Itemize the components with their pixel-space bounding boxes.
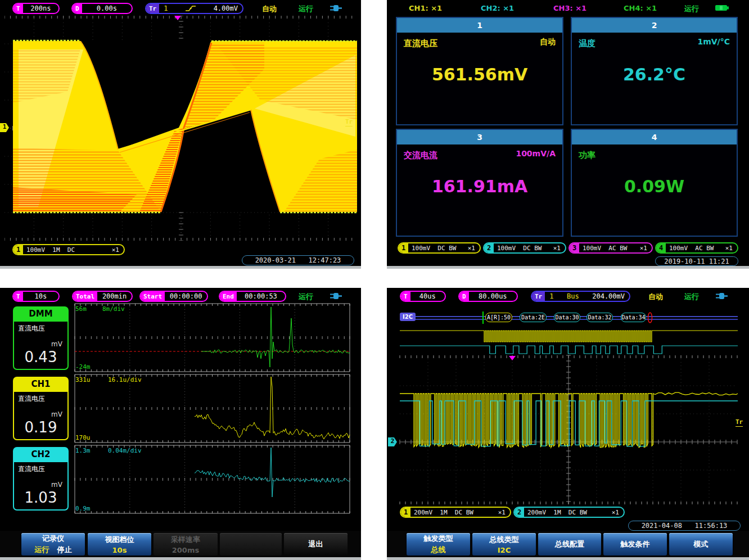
softkey-mode[interactable]: 模式	[669, 533, 733, 556]
channel-settings: 100mV DC BW	[494, 243, 553, 252]
power-plug-icon	[329, 4, 342, 12]
i2c-decode-panel: T 40us D 80.00us Tr 1 Bus 204.00mV 自动 运行…	[387, 288, 749, 560]
source-name: DMM	[13, 306, 69, 322]
card-range-label: 100mV/A	[516, 149, 556, 158]
channel2-badge[interactable]: 2 100mV DC BW ×1	[483, 242, 566, 254]
meas-card-1[interactable]: 1 直流电压 自动 561.56mV	[396, 17, 563, 125]
total-label: Total	[73, 292, 97, 301]
source-name: CH1	[13, 377, 69, 392]
probe-ratio: ×1	[498, 508, 510, 517]
date-text: 2020-03-21	[255, 256, 296, 264]
channel3-badge[interactable]: 3 100mV AC BW ×1	[568, 242, 653, 254]
start-time-badge[interactable]: Start 00:00:00	[139, 291, 208, 302]
timebase-badge[interactable]: T 10s	[12, 291, 60, 302]
channel-number: 4	[656, 243, 666, 252]
source-card-ch2[interactable]: CH2 直流电压 mV 1.03	[13, 447, 69, 512]
panel-bottom-strip	[0, 266, 361, 269]
source-card-ch1[interactable]: CH1 直流电压 mV 0.19	[13, 377, 69, 441]
probe-ratio: ×1	[112, 245, 124, 254]
end-time-badge[interactable]: End 00:00:53	[219, 291, 286, 302]
panel-bottom-strip	[0, 557, 361, 560]
softkey-exit[interactable]: 退出	[284, 533, 348, 556]
delay-badge[interactable]: D 0.00s	[71, 3, 133, 14]
softkey-value: 总线	[431, 545, 446, 555]
trigger-label: Tr	[146, 4, 159, 13]
trigger-level-marker[interactable]: Tr	[345, 118, 353, 127]
source-value: 0.43	[14, 349, 67, 365]
card-function-label: 功率	[579, 150, 595, 161]
timebase-label: T	[13, 292, 23, 301]
channel-settings: 100mV 1M DC	[23, 245, 112, 254]
run-status: 运行	[299, 292, 313, 302]
source-name: CH2	[13, 447, 69, 462]
datetime-badge: 2020-03-21 12:47:23	[242, 255, 354, 265]
acquire-mode-status: 自动	[262, 4, 277, 14]
timebase-label: T	[13, 4, 23, 13]
decode-frame-address: A[R]:50	[485, 313, 512, 322]
probe-ratio: ×1	[725, 243, 737, 252]
strip3-min-label: 0.9m	[75, 505, 91, 512]
recorder-panel: T 10s Total 200min Start 00:00:00 End 00…	[0, 288, 361, 560]
run-status: 运行	[299, 4, 313, 14]
channel1-badge[interactable]: 1 100mV 1M DC ×1	[12, 244, 125, 255]
softkey-sample-rate: 采样速率 200ms	[154, 533, 218, 556]
timebase-badge[interactable]: T 200ns	[12, 3, 60, 14]
source-unit: mV	[51, 340, 62, 348]
stop-condition-marker	[648, 313, 652, 323]
channel-settings: 100mV DC BW	[408, 243, 468, 252]
card-value: 26.2°C	[572, 65, 737, 84]
softkey-trigger-condition[interactable]: 触发条件	[603, 533, 667, 556]
strip3-max-label: 1.3m	[75, 447, 91, 454]
power-plug-icon	[329, 292, 342, 300]
probe-ratio: ×1	[468, 243, 480, 252]
softkey-view-scale[interactable]: 视图档位 10s	[88, 533, 151, 556]
source-measure-type: 直流电压	[18, 394, 45, 404]
bus-type-badge[interactable]: I2C	[400, 313, 416, 321]
card-number: 3	[397, 130, 562, 144]
card-value: 161.91mA	[397, 177, 562, 196]
channel-number: 1	[401, 508, 410, 517]
card-number: 2	[572, 18, 737, 33]
trigger-level-marker[interactable]: Tr	[736, 418, 743, 427]
channel-number: 2	[484, 243, 494, 252]
source-value: 1.03	[14, 489, 67, 506]
decode-frame-data: Data:2E	[520, 313, 547, 322]
channel4-badge[interactable]: 4 100mV AC BW ×1	[655, 242, 738, 254]
ch3-probe-status: CH3: ×1	[553, 4, 586, 12]
end-value: 00:00:53	[237, 292, 285, 301]
trigger-position-marker[interactable]	[509, 356, 516, 360]
delay-label: D	[73, 4, 82, 13]
channel-number: 1	[399, 243, 408, 252]
total-time-badge[interactable]: Total 200min	[72, 291, 133, 302]
channel1-badge[interactable]: 1 100mV DC BW ×1	[398, 242, 481, 254]
source-card-dmm[interactable]: DMM 直流电压 mV 0.43	[13, 306, 69, 371]
date-text: 2021-04-08	[642, 522, 682, 530]
strip2-min-label: 170u	[75, 434, 91, 441]
trigger-position-marker[interactable]	[174, 16, 181, 20]
source-unit: mV	[51, 481, 62, 489]
channel1-badge[interactable]: 1 200mV 1M DC BW ×1	[400, 507, 511, 518]
softkey-value: 200ms	[172, 546, 199, 554]
trigger-badge[interactable]: Tr 1 4.00mV	[145, 3, 243, 14]
meas-card-2[interactable]: 2 温度 1mV/°C 26.2°C	[571, 17, 738, 125]
softkey-label: 退出	[309, 539, 323, 549]
channel2-badge[interactable]: 2 200mV 1M DC BW ×1	[513, 507, 625, 518]
softkey-label: 触发类型	[424, 534, 453, 544]
timebase-value: 10s	[23, 292, 58, 301]
meas-card-3[interactable]: 3 交流电流 100mV/A 161.91mA	[396, 129, 563, 237]
softkey-bus-config[interactable]: 总线配置	[538, 533, 601, 556]
panel-bottom-strip	[387, 266, 749, 269]
meas-card-4[interactable]: 4 功率 0.09W	[571, 129, 738, 237]
card-range-label: 1mV/°C	[697, 37, 730, 46]
rising-edge-icon	[185, 4, 196, 12]
softkey-value: I2C	[498, 546, 511, 554]
softkey-label: 总线配置	[555, 539, 584, 549]
softkey-recorder[interactable]: 记录仪 运行停止	[21, 533, 85, 556]
softkey-trigger-type[interactable]: 触发类型 总线	[407, 533, 470, 556]
softkey-label: 总线类型	[490, 535, 519, 545]
softkey-value: 10s	[112, 546, 127, 554]
softkey-bus-type[interactable]: 总线类型 I2C	[472, 533, 536, 556]
end-label: End	[220, 292, 237, 301]
time-text: 12:47:23	[309, 256, 341, 264]
strip3-scale-label: 0.04m/div	[108, 447, 142, 454]
